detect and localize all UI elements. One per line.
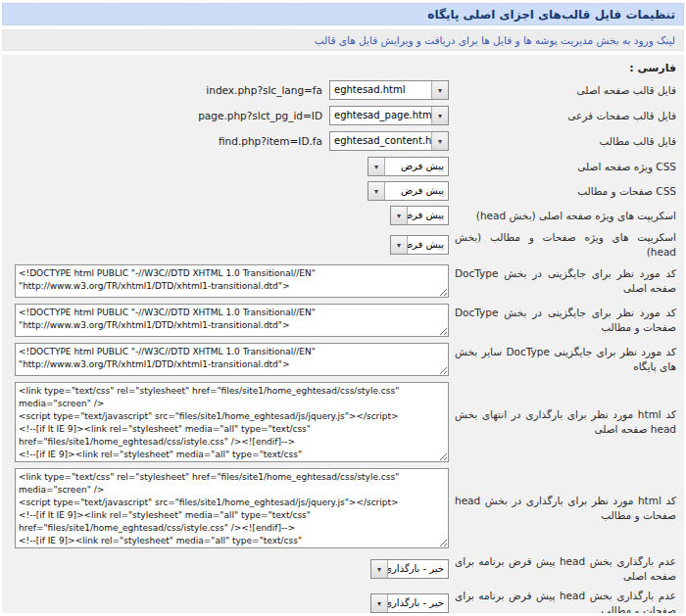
select-value: خیر - بارگذاری شود — [388, 594, 448, 612]
field-label: اسکریپت های ویژه صفحه اصلی (بخش head) — [449, 209, 676, 223]
form-row: عدم بارگذاری بخش head پیش فرض برنامه برا… — [10, 589, 676, 613]
chevron-down-icon: ▾ — [371, 560, 388, 578]
chevron-down-icon: ▾ — [391, 207, 408, 224]
page-title: تنظیمات فایل قالب‌های اجزای اصلی پایگاه — [427, 8, 675, 22]
chevron-down-icon: ▾ — [431, 107, 448, 124]
chevron-down-icon: ▾ — [431, 132, 448, 150]
subpage-template-select[interactable]: eghtesad_page.html ▾ — [329, 106, 449, 125]
form-row: کد مورد نظر برای جایگزینی در بخش DocType… — [10, 304, 676, 337]
chevron-down-icon: ▾ — [368, 182, 385, 200]
file-manager-link[interactable]: لینک ورود به بخش مدیریت پوشه ها و فایل ه… — [315, 34, 675, 46]
form-row: کد مورد نظر برای جایگزینی DocType سایر ب… — [10, 343, 676, 376]
content-template-select[interactable]: eghtesad_content.html ▾ — [329, 131, 449, 151]
field-label: CSS صفحات و مطالب — [449, 184, 676, 199]
field-label: عدم بارگذاری بخش head پیش فرض برنامه برا… — [449, 554, 676, 584]
page-title-bar: تنظیمات فایل قالب‌های اجزای اصلی پایگاه — [2, 3, 684, 25]
field-label: کد html مورد نظر برای بارگذاری در بخش he… — [449, 494, 676, 523]
select-value: پیش فرض — [408, 207, 448, 224]
select-value: پیش فرض — [385, 182, 448, 200]
form-row: اسکریپت های ویژه صفحه اصلی (بخش head) پی… — [10, 206, 676, 225]
select-value: پیش فرض — [385, 158, 448, 175]
select-value: خیر - بارگذاری شود — [388, 560, 448, 578]
form-row: کد html مورد نظر برای بارگذاری در بخش he… — [10, 468, 676, 548]
select-value: پیش فرض — [408, 236, 448, 254]
field-label: کد html مورد نظر برای بارگذاری در انتهای… — [449, 407, 676, 437]
field-label: CSS ویژه صفحه اصلی — [449, 160, 676, 174]
chevron-down-icon: ▾ — [431, 81, 448, 99]
doctype-other-textarea[interactable]: <!DOCTYPE html PUBLIC "-//W3C//DTD XHTML… — [15, 343, 449, 376]
doctype-pages-textarea[interactable]: <!DOCTYPE html PUBLIC "-//W3C//DTD XHTML… — [15, 304, 449, 337]
select-value: eghtesad_content.html — [330, 132, 431, 150]
select-value: eghtesad_page.html — [330, 107, 431, 124]
field-label: فایل قالب صفحات فرعی — [449, 109, 676, 123]
url-hint: index.php?slc_lang=fa — [206, 84, 322, 96]
settings-page: تنظیمات فایل قالب‌های اجزای اصلی پایگاه … — [0, 0, 686, 616]
form-row: فایل قالب صفحه اصلی eghtesad.html ▾ inde… — [10, 80, 676, 100]
form-row: CSS صفحات و مطالب پیش فرض ▾ — [10, 181, 676, 201]
skip-head-home-select[interactable]: خیر - بارگذاری شود ▾ — [370, 559, 449, 579]
field-label: عدم بارگذاری بخش head پیش فرض برنامه برا… — [449, 589, 676, 613]
form-row: اسکریپت های ویژه صفحات و مطالب (بخش head… — [10, 230, 676, 260]
head-html-home-textarea[interactable]: <link type="text/css" rel="stylesheet" h… — [15, 382, 449, 462]
head-html-pages-textarea[interactable]: <link type="text/css" rel="stylesheet" h… — [15, 468, 449, 548]
form-row: CSS ویژه صفحه اصلی پیش فرض ▾ — [10, 157, 676, 176]
language-section-label: فارسی : — [10, 62, 676, 74]
chevron-down-icon: ▾ — [391, 236, 408, 254]
doctype-home-textarea[interactable]: <!DOCTYPE html PUBLIC "-//W3C//DTD XHTML… — [15, 264, 449, 298]
form-row: کد html مورد نظر برای بارگذاری در انتهای… — [10, 382, 676, 462]
chevron-down-icon: ▾ — [368, 158, 385, 175]
file-manager-link-bar: لینک ورود به بخش مدیریت پوشه ها و فایل ه… — [2, 29, 684, 51]
field-label: کد مورد نظر برای جایگزینی در بخش DocType… — [449, 266, 676, 296]
pages-css-select[interactable]: پیش فرض ▾ — [368, 181, 449, 201]
select-value: eghtesad.html — [330, 81, 431, 99]
pages-scripts-select[interactable]: پیش فرض ▾ — [390, 235, 449, 255]
chevron-down-icon: ▾ — [371, 594, 388, 612]
field-label: اسکریپت های ویژه صفحات و مطالب (بخش head… — [449, 230, 676, 260]
field-label: فایل قالب مطالب — [449, 134, 676, 149]
skip-head-pages-select[interactable]: خیر - بارگذاری شود ▾ — [370, 593, 449, 613]
form-row: عدم بارگذاری بخش head پیش فرض برنامه برا… — [10, 554, 676, 584]
home-css-select[interactable]: پیش فرض ▾ — [368, 157, 449, 176]
url-hint: find.php?item=ID.fa — [219, 135, 322, 147]
url-hint: page.php?slct_pg_id=ID — [198, 110, 322, 121]
home-scripts-select[interactable]: پیش فرض ▾ — [390, 206, 449, 225]
template-settings-form: فارسی : فایل قالب صفحه اصلی eghtesad.htm… — [2, 55, 684, 613]
field-label: کد مورد نظر برای جایگزینی در بخش DocType… — [449, 306, 676, 335]
form-row: فایل قالب مطالب eghtesad_content.html ▾ … — [10, 131, 676, 151]
field-label: فایل قالب صفحه اصلی — [449, 83, 676, 98]
form-row: فایل قالب صفحات فرعی eghtesad_page.html … — [10, 106, 676, 125]
form-row: کد مورد نظر برای جایگزینی در بخش DocType… — [10, 264, 676, 298]
home-template-select[interactable]: eghtesad.html ▾ — [329, 80, 449, 100]
field-label: کد مورد نظر برای جایگزینی DocType سایر ب… — [449, 345, 676, 374]
